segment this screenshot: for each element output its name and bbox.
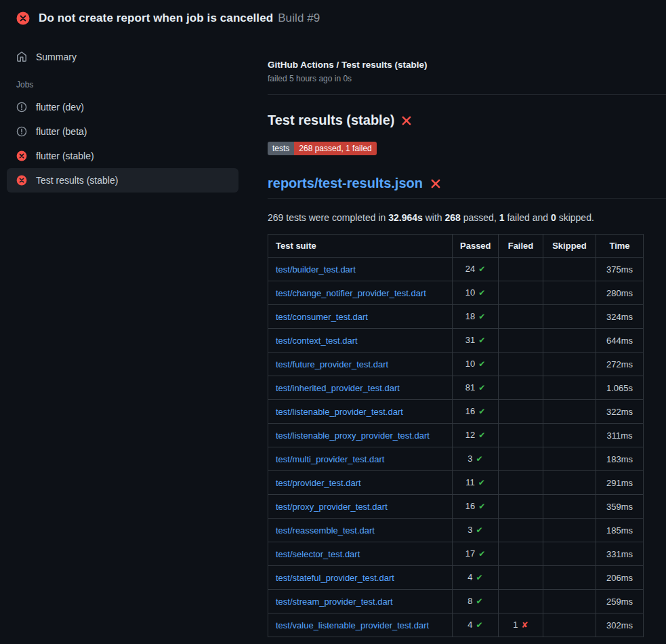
skipped-cell xyxy=(543,519,596,542)
main-content: GitHub Actions / Test results (stable) f… xyxy=(268,35,666,637)
test-suite-link[interactable]: test/listenable_provider_test.dart xyxy=(276,407,403,417)
table-body: test/builder_test.dart24✔375mstest/chang… xyxy=(268,258,644,637)
test-suite-cell: test/change_notifier_provider_test.dart xyxy=(268,281,453,305)
sidebar-item-summary[interactable]: Summary xyxy=(7,45,238,69)
passed-cell: 3✔ xyxy=(453,519,499,542)
jobs-section-label: Jobs xyxy=(7,69,238,95)
test-suite-link[interactable]: test/inherited_provider_test.dart xyxy=(276,383,400,393)
check-icon: ✔ xyxy=(478,264,485,274)
breadcrumb: GitHub Actions / Test results (stable) xyxy=(268,60,666,70)
failed-cell xyxy=(499,305,543,329)
passed-cell: 4✔ xyxy=(453,566,499,590)
time-cell: 311ms xyxy=(596,424,644,447)
section-title-text: Test results (stable) xyxy=(268,113,394,128)
test-suite-link[interactable]: test/stateful_provider_test.dart xyxy=(276,573,394,583)
failed-cell xyxy=(499,542,543,566)
test-suite-link[interactable]: test/proxy_provider_test.dart xyxy=(276,502,388,512)
sidebar-item-flutter-dev[interactable]: flutter (dev) xyxy=(7,95,238,119)
failed-cell xyxy=(499,329,543,353)
badge-value: 268 passed, 1 failed xyxy=(294,142,376,155)
column-header-test-suite: Test suite xyxy=(268,235,453,258)
test-suite-link[interactable]: test/provider_test.dart xyxy=(276,478,361,488)
check-icon: ✔ xyxy=(476,597,483,606)
check-icon: ✔ xyxy=(478,359,485,369)
skipped-cell xyxy=(543,471,596,495)
time-cell: 183ms xyxy=(596,447,644,471)
passed-cell: 16✔ xyxy=(453,495,499,519)
summary-failed: 1 xyxy=(499,212,505,223)
test-result-row: test/value_listenable_provider_test.dart… xyxy=(268,613,644,637)
test-suite-link[interactable]: test/builder_test.dart xyxy=(276,264,356,275)
time-cell: 206ms xyxy=(596,566,644,590)
test-result-row: test/multi_provider_test.dart3✔183ms xyxy=(268,447,644,471)
report-link[interactable]: reports/test-results.json xyxy=(268,176,423,191)
x-circle-fill-icon xyxy=(16,150,27,161)
failed-cell xyxy=(499,424,543,447)
x-circle-fill-icon xyxy=(16,175,27,186)
time-cell: 331ms xyxy=(596,542,644,566)
test-result-row: test/selector_test.dart17✔331ms xyxy=(268,542,644,566)
test-suite-link[interactable]: test/stream_provider_test.dart xyxy=(276,597,393,607)
check-icon: ✔ xyxy=(476,454,483,464)
test-suite-link[interactable]: test/selector_test.dart xyxy=(276,549,360,559)
test-result-row: test/builder_test.dart24✔375ms xyxy=(268,258,644,281)
test-suite-link[interactable]: test/listenable_proxy_provider_test.dart xyxy=(276,430,430,441)
run-status-text: failed 5 hours ago in 0s xyxy=(268,74,666,83)
passed-cell: 11✔ xyxy=(453,471,499,495)
time-cell: 291ms xyxy=(596,471,644,495)
test-suite-link[interactable]: test/multi_provider_test.dart xyxy=(276,454,384,464)
passed-cell: 10✔ xyxy=(453,281,499,305)
test-result-row: test/provider_test.dart11✔291ms xyxy=(268,471,644,495)
check-icon: ✔ xyxy=(478,407,485,416)
test-suite-link[interactable]: test/change_notifier_provider_test.dart xyxy=(276,288,426,298)
test-suite-link[interactable]: test/future_provider_test.dart xyxy=(276,359,388,369)
failed-cell: 1✘ xyxy=(499,613,543,637)
column-header-skipped: Skipped xyxy=(543,235,596,258)
failed-cell xyxy=(499,258,543,281)
test-suite-link[interactable]: test/value_listenable_provider_test.dart xyxy=(276,620,429,630)
run-title: Do not create report when job is cancell… xyxy=(39,12,273,24)
time-cell: 280ms xyxy=(596,281,644,305)
skipped-cell xyxy=(543,353,596,376)
sidebar-item-label: Summary xyxy=(36,52,77,62)
skipped-cell xyxy=(543,400,596,424)
failed-cell xyxy=(499,519,543,542)
failed-cell xyxy=(499,281,543,305)
tests-badge: tests 268 passed, 1 failed xyxy=(268,142,377,155)
test-suite-cell: test/multi_provider_test.dart xyxy=(268,447,453,471)
skipped-cell xyxy=(543,305,596,329)
sidebar-item-flutter-beta[interactable]: flutter (beta) xyxy=(7,119,238,144)
failed-cell xyxy=(499,400,543,424)
test-suite-link[interactable]: test/consumer_test.dart xyxy=(276,312,368,322)
skipped-cell xyxy=(543,542,596,566)
check-icon: ✔ xyxy=(478,502,485,511)
sidebar-item-test-results-stable[interactable]: Test results (stable) xyxy=(7,168,238,193)
check-icon: ✔ xyxy=(478,288,485,298)
x-icon xyxy=(400,115,413,127)
time-cell: 272ms xyxy=(596,353,644,376)
time-cell: 359ms xyxy=(596,495,644,519)
failed-status-icon xyxy=(16,12,30,25)
skipped-cell xyxy=(543,590,596,613)
sidebar-item-flutter-stable[interactable]: flutter (stable) xyxy=(7,144,238,168)
check-icon: ✔ xyxy=(478,430,485,440)
test-results-table: Test suite Passed Failed Skipped Time te… xyxy=(268,234,644,637)
skipped-cell xyxy=(543,376,596,400)
test-suite-link[interactable]: test/context_test.dart xyxy=(276,336,358,346)
failed-cell xyxy=(499,566,543,590)
failed-cell xyxy=(499,495,543,519)
test-suite-cell: test/reassemble_test.dart xyxy=(268,519,453,542)
test-result-row: test/inherited_provider_test.dart81✔1.06… xyxy=(268,376,644,400)
summary-text: 269 tests were completed in 32.964s with… xyxy=(268,212,666,223)
x-icon xyxy=(430,178,442,190)
failed-cell xyxy=(499,590,543,613)
test-result-row: test/consumer_test.dart18✔324ms xyxy=(268,305,644,329)
sidebar-item-label: flutter (beta) xyxy=(36,126,87,137)
test-suite-cell: test/provider_test.dart xyxy=(268,471,453,495)
test-suite-link[interactable]: test/reassemble_test.dart xyxy=(276,525,375,536)
sidebar: Summary Jobs flutter (dev) flut xyxy=(0,35,268,193)
sidebar-item-label: flutter (stable) xyxy=(36,150,94,161)
test-result-row: test/future_provider_test.dart10✔272ms xyxy=(268,353,644,376)
skipped-cell xyxy=(543,613,596,637)
check-icon: ✔ xyxy=(478,478,485,487)
